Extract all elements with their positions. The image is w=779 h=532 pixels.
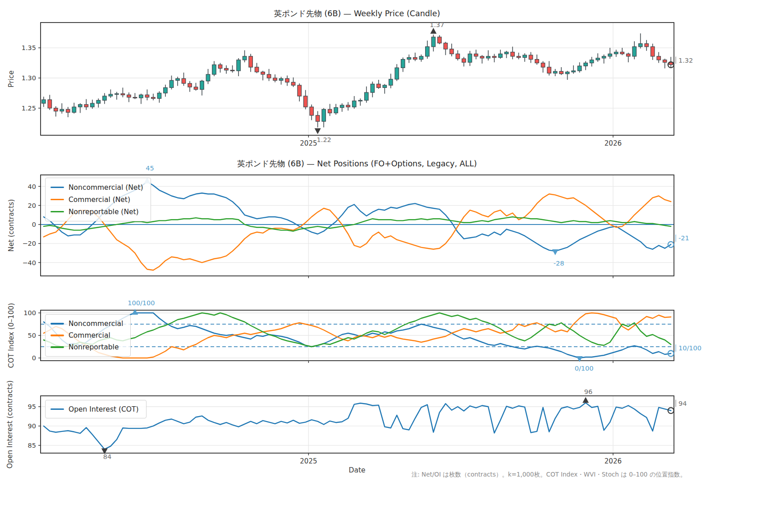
candle-body [48, 100, 51, 108]
candle-body [328, 110, 332, 113]
axes-spine [41, 23, 674, 135]
candle-body [645, 44, 648, 47]
annotation-marker-triangle-down [315, 128, 321, 134]
candle-body [462, 59, 466, 62]
candle-body [66, 110, 70, 113]
candle-body [383, 85, 386, 87]
candle-body [291, 82, 295, 85]
candle-body [115, 94, 119, 95]
candle-body [346, 105, 350, 107]
candle-body [206, 74, 210, 81]
candle-body [486, 56, 490, 58]
x-tick-label-year: 2026 [605, 457, 622, 465]
y-tick-label: 95 [28, 403, 36, 410]
y-axis-label-cot-index-0-100: COT Index (0–100) [7, 303, 15, 368]
candle-body [614, 52, 618, 54]
annotation-marker-triangle-up [582, 397, 589, 403]
annotation-label: 0/100 [575, 365, 594, 372]
candle-body [133, 97, 137, 98]
candle-body [608, 54, 612, 56]
candle-body [590, 60, 593, 63]
annotation-label: -28 [554, 260, 564, 267]
candle-body [511, 52, 514, 56]
y-tick-label: 1.35 [22, 44, 36, 51]
candle-body [577, 66, 581, 71]
annotation-marker-triangle-up [132, 309, 138, 315]
candle-body [54, 108, 58, 111]
candle-body [553, 71, 557, 73]
candle-body [639, 44, 642, 47]
candle-body [237, 60, 240, 71]
y-tick-label: 1.25 [22, 105, 36, 112]
candle-body [541, 63, 545, 67]
open-interest-panel: 85909520252026Open Interest (contracts)8… [6, 381, 687, 469]
candle-body [474, 54, 478, 56]
annotation-label: 1.32 [678, 57, 693, 64]
candle-body [596, 58, 600, 60]
candle-body [456, 54, 459, 59]
candle-body [517, 56, 520, 58]
candle-body [426, 47, 429, 56]
candle-body [139, 95, 143, 98]
candle-body [499, 54, 502, 58]
price-panel: 1.251.301.3520252026Price1.371.221.32 [7, 21, 693, 147]
candle-body [279, 78, 283, 80]
candle-body [438, 37, 441, 43]
candle-body [230, 70, 234, 71]
candle-body [42, 100, 46, 103]
candle-body [651, 47, 655, 56]
candle-body [365, 92, 368, 100]
candle-body [450, 49, 454, 54]
candle-body [255, 67, 258, 72]
annotation-label: 96 [584, 388, 592, 395]
series-line-nonreportable-net [44, 217, 671, 231]
candle-body [480, 56, 484, 58]
y-axis-label-net-contracts: Net (contracts) [7, 199, 15, 252]
y-tick-label: 40 [28, 183, 36, 190]
candle-body [559, 71, 563, 73]
x-tick-label-year: 2025 [300, 457, 317, 465]
candle-body [96, 101, 100, 104]
annotation-label: 45 [146, 165, 154, 172]
candle-bodies [42, 37, 673, 121]
candle-body [78, 105, 82, 107]
candle-body [188, 83, 192, 87]
y-tick-label: 0 [32, 354, 36, 362]
candle-body [371, 84, 374, 92]
candle-body [249, 56, 252, 67]
candle-body [431, 37, 435, 46]
candle-body [164, 87, 167, 93]
candle-body [657, 56, 660, 60]
cot-index-panel: 050100COT Index (0–100)100/1000/10010/10… [7, 299, 701, 372]
axes-spine [41, 396, 674, 453]
candle-body [194, 87, 197, 89]
charts-svg: 1.251.301.3520252026Price1.371.221.32402… [0, 0, 779, 532]
candle-body [419, 56, 423, 60]
candle-body [72, 107, 76, 112]
candle-body [285, 78, 289, 82]
candle-body [121, 94, 124, 95]
candle-body [492, 56, 496, 58]
candle-body [310, 107, 313, 115]
candle-body [565, 72, 569, 74]
candle-body [395, 68, 399, 79]
annotation-marker-triangle-down [552, 249, 559, 255]
candle-body [584, 63, 587, 66]
candle-body [60, 110, 64, 111]
annotation-marker-triangle-up [144, 178, 150, 183]
candle-body [170, 80, 173, 87]
annotation-label: 10/100 [678, 344, 701, 352]
annotation-label: 1.37 [430, 21, 444, 28]
candle-body [267, 74, 270, 78]
candle-body [663, 60, 667, 62]
candle-body [84, 105, 88, 107]
candle-body [504, 52, 508, 54]
candle-body [298, 85, 301, 96]
y-axis-label-open-interest-contracts: Open Interest (contracts) [6, 381, 14, 469]
cot-dashboard: 1.251.301.3520252026Price1.371.221.32402… [0, 0, 779, 532]
candle-body [334, 108, 338, 113]
candle-body [572, 71, 575, 72]
candle-body [127, 95, 131, 97]
y-axis-label-price: Price [7, 70, 15, 87]
candle-body [243, 56, 246, 60]
